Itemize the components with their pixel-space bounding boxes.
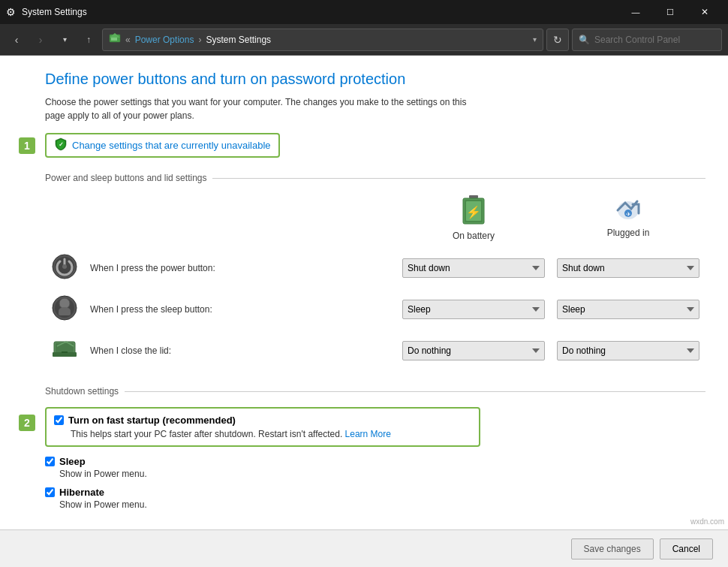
change-settings-link[interactable]: Change settings that are currently unava… [72,140,271,151]
hibernate-checkbox-item: Hibernate Show in Power menu. [45,487,705,510]
battery-icon: ⚡ [462,195,486,228]
power-button-plugged-select[interactable]: Do nothing Sleep Hibernate Shut down Tur… [557,258,699,278]
svg-point-14 [62,264,67,269]
svg-text:✈: ✈ [626,211,631,218]
power-button-battery-cell: Do nothing Sleep Hibernate Shut down Tur… [396,247,551,288]
sleep-checkbox[interactable] [45,457,55,466]
power-button-icon [45,247,84,288]
step-2-number: 2 [19,415,35,431]
watermark: wxdn.com [690,517,724,526]
sleep-button-icon [45,288,84,330]
hibernate-checkbox-label: Hibernate [59,487,147,498]
shutdown-section-header: Shutdown settings [45,386,705,397]
breadcrumb-sep2: › [198,35,201,45]
minimize-button[interactable]: — [618,0,653,24]
page-description: Choose the power settings that you want … [45,95,705,122]
refresh-button[interactable]: ↻ [546,29,569,51]
svg-point-17 [59,298,70,309]
title-bar: ⚙ System Settings — ☐ ✕ [0,0,728,24]
recent-button[interactable]: ▾ [54,29,75,50]
hibernate-checkbox-desc: Show in Power menu. [59,499,147,510]
shutdown-section: Shutdown settings 2 Turn on fast startup… [45,386,705,510]
lid-icon [45,330,84,371]
svg-text:✓: ✓ [59,141,64,148]
breadcrumb-current: System Settings [206,35,271,45]
sleep-button-label: When I press the sleep button: [84,288,396,330]
sleep-button-battery-cell: Do nothing Sleep Hibernate Shut down Tur… [396,288,551,330]
lid-battery-cell: Do nothing Sleep Hibernate Shut down Tur… [396,330,551,371]
fast-startup-description: This helps start your PC faster after sh… [71,429,471,439]
forward-button[interactable]: › [30,29,51,50]
page-title: Define power buttons and turn on passwor… [45,71,705,88]
learn-more-link[interactable]: Learn More [345,429,391,439]
breadcrumb-sep1: « [125,35,131,45]
svg-rect-4 [469,195,478,198]
plugin-icon: ✈ [615,198,642,225]
power-button-label: When I press the power button: [84,247,396,288]
lid-plugged-cell: Do nothing Sleep Hibernate Shut down Tur… [551,330,705,371]
close-button[interactable]: ✕ [687,0,722,24]
svg-rect-19 [59,311,71,315]
app-title: System Settings [22,7,612,17]
power-section-header: Power and sleep buttons and lid settings [45,173,705,183]
sleep-button-plugged-cell: Do nothing Sleep Hibernate Shut down Tur… [551,288,705,330]
svg-text:⚡: ⚡ [466,205,481,219]
lid-label: When I close the lid: [84,330,396,371]
breadcrumb-dropdown-button[interactable]: ▾ [533,35,537,44]
main-content: Define power buttons and turn on passwor… [0,56,728,529]
change-settings-highlight: ✓ Change settings that are currently una… [45,133,280,158]
fast-startup-highlight: Turn on fast startup (recommended) This … [45,407,480,447]
fast-startup-checkbox[interactable] [54,415,64,425]
power-button-row: When I press the power button: Do nothin… [45,247,705,288]
sleep-checkbox-desc: Show in Power menu. [59,469,147,479]
plugged-in-header: ✈ Plugged in [551,195,705,247]
breadcrumb-home-icon [109,33,121,46]
maximize-button[interactable]: ☐ [653,0,687,24]
shield-icon: ✓ [54,137,68,153]
lid-plugged-select[interactable]: Do nothing Sleep Hibernate Shut down Tur… [557,341,699,360]
on-battery-header: ⚡ On battery [396,195,551,247]
sleep-button-battery-select[interactable]: Do nothing Sleep Hibernate Shut down Tur… [402,300,545,319]
back-button[interactable]: ‹ [6,29,27,50]
sleep-checkbox-item: Sleep Show in Power menu. [45,456,705,479]
power-button-battery-select[interactable]: Do nothing Sleep Hibernate Shut down Tur… [402,258,545,278]
hibernate-checkbox[interactable] [45,487,55,497]
step-1-number: 1 [19,137,35,154]
sleep-checkbox-label: Sleep [59,456,147,467]
power-settings-table: ⚡ On battery [45,195,705,371]
nav-bar: ‹ › ▾ ↑ « Power Options › System Setting… [0,24,728,56]
lid-battery-select[interactable]: Do nothing Sleep Hibernate Shut down Tur… [402,341,545,360]
window-controls: — ☐ ✕ [618,0,722,24]
search-icon: 🔍 [579,35,590,45]
up-button[interactable]: ↑ [78,29,99,50]
app-icon: ⚙ [6,6,16,18]
power-button-plugged-cell: Do nothing Sleep Hibernate Shut down Tur… [551,247,705,288]
search-box: 🔍 [572,29,722,51]
sleep-button-row: When I press the sleep button: Do nothin… [45,288,705,330]
sleep-button-plugged-select[interactable]: Do nothing Sleep Hibernate Shut down Tur… [557,300,699,319]
fast-startup-label-row: Turn on fast startup (recommended) [54,415,471,426]
breadcrumb-power-options[interactable]: Power Options [135,35,194,45]
search-input[interactable] [594,35,715,45]
lid-row: When I close the lid: Do nothing Sleep H… [45,330,705,371]
breadcrumb-bar: « Power Options › System Settings ▾ [102,29,543,51]
